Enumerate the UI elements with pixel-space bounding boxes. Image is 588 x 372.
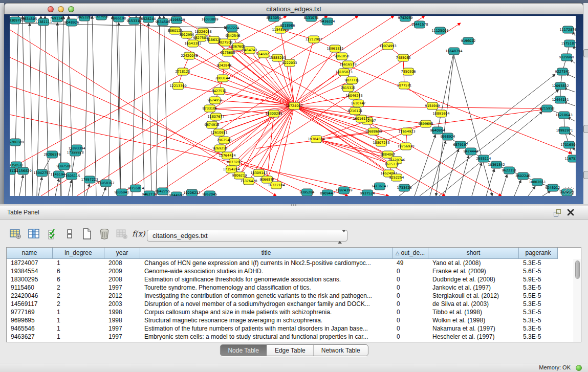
graph-node[interactable]: 9218986: [280, 22, 295, 29]
graph-edge[interactable]: [84, 16, 88, 196]
table-cell[interactable]: Structural magnetic resonance image aver…: [140, 316, 393, 324]
graph-node[interactable]: 9154949: [425, 102, 440, 110]
table-row[interactable]: 977716911998Corpus callosum shape and si…: [7, 308, 574, 316]
column-header-in_degree[interactable]: in_degree: [53, 248, 104, 259]
graph-edge[interactable]: [500, 174, 507, 196]
delete-table-icon[interactable]: [115, 227, 129, 241]
network-canvas[interactable]: 1872400718300295193845548860123891295418…: [10, 16, 576, 196]
table-cell[interactable]: 1997: [104, 324, 140, 333]
graph-node[interactable]: 8733106: [203, 105, 217, 112]
table-cell[interactable]: 5.5E-5: [519, 292, 558, 300]
table-cell[interactable]: 1: [53, 333, 104, 341]
graph-node[interactable]: 12093832: [552, 82, 569, 90]
graph-node[interactable]: 11807677: [207, 113, 224, 120]
table-cell[interactable]: 0: [393, 333, 428, 341]
graph-edge[interactable]: [454, 55, 492, 196]
graph-node[interactable]: 2803144: [215, 75, 230, 82]
graph-node[interactable]: 18185823: [335, 69, 352, 76]
table-cell[interactable]: 18300295: [7, 275, 53, 283]
table-cell[interactable]: 2003: [104, 300, 140, 308]
graph-node[interactable]: 10974993: [379, 42, 396, 50]
graph-node[interactable]: 15376428: [240, 178, 257, 185]
graph-edge[interactable]: [256, 110, 543, 148]
graph-node[interactable]: 1615132: [385, 161, 400, 168]
graph-node[interactable]: 16958167: [97, 180, 114, 187]
table-cell[interactable]: Corpus callosum shape and size in male p…: [140, 308, 393, 316]
graph-node[interactable]: 9474444: [464, 148, 478, 155]
window-titlebar[interactable]: citations_edges.txt: [4, 3, 583, 14]
graph-node[interactable]: 9342546: [226, 32, 241, 39]
table-cell[interactable]: 1998: [104, 316, 140, 324]
table-cell[interactable]: 5.9E-5: [519, 275, 558, 283]
table-cell[interactable]: Yano et al. (2008): [428, 259, 519, 267]
graph-node[interactable]: 10196529: [168, 16, 185, 24]
graph-edge[interactable]: [68, 180, 72, 196]
graph-edge[interactable]: [108, 16, 113, 196]
graph-edge[interactable]: [210, 106, 294, 108]
graph-node[interactable]: 9861050: [335, 53, 350, 60]
close-window-button[interactable]: [48, 6, 54, 12]
table-row[interactable]: 1830029562008Estimation of significance …: [7, 275, 574, 283]
graph-edge[interactable]: [458, 156, 469, 196]
select-all-icon[interactable]: [46, 227, 60, 241]
graph-node[interactable]: 2935114: [476, 155, 491, 162]
graph-node[interactable]: 9269259: [213, 145, 228, 152]
graph-edge[interactable]: [148, 23, 151, 196]
table-row[interactable]: 1456911722003Disruption of a novel membe…: [7, 300, 574, 308]
graph-node[interactable]: 9742059: [398, 16, 413, 21]
canvas-resize-grip[interactable]: [564, 187, 574, 195]
graph-edge[interactable]: [430, 141, 446, 196]
table-cell[interactable]: 0: [393, 267, 428, 275]
minimize-window-button[interactable]: [58, 6, 64, 12]
graph-edge[interactable]: [294, 96, 354, 106]
graph-node[interactable]: 8813054: [267, 16, 281, 21]
graph-edge[interactable]: [45, 16, 49, 196]
graph-edge[interactable]: [219, 114, 274, 133]
graph-node[interactable]: 16648794: [445, 48, 462, 55]
graph-node[interactable]: 10309795: [10, 17, 24, 24]
graph-node[interactable]: 11125005: [431, 27, 448, 34]
graph-node[interactable]: 8216121: [348, 107, 363, 115]
table-cell[interactable]: 5.3E-5: [519, 333, 558, 341]
graph-node[interactable]: 13942757: [33, 169, 50, 177]
table-row[interactable]: 911546021997Tourette syndrome. Phenomeno…: [7, 283, 574, 292]
table-cell[interactable]: 6: [53, 275, 104, 283]
graph-node[interactable]: 7485083: [396, 54, 411, 61]
table-cell[interactable]: Stergiakouli et al. (2012): [428, 292, 519, 300]
graph-edge[interactable]: [294, 80, 352, 106]
graph-node[interactable]: 16616579: [339, 61, 356, 68]
graph-node[interactable]: 19384554: [308, 136, 324, 143]
graph-edge[interactable]: [183, 72, 294, 106]
column-header-out_de[interactable]: △out_de...: [393, 248, 428, 259]
graph-node[interactable]: 9958924: [441, 133, 455, 140]
graph-node[interactable]: 11675334: [564, 155, 576, 162]
table-cell[interactable]: 1: [53, 324, 104, 333]
graph-node[interactable]: 9622151: [502, 167, 517, 174]
graph-node[interactable]: 9329968: [559, 54, 574, 61]
table-cell[interactable]: Disruption of a novel member of a sodium…: [140, 300, 393, 308]
graph-node[interactable]: 9252254: [389, 174, 404, 181]
tab-network-table[interactable]: Network Table: [313, 345, 368, 356]
scrollbar-thumb[interactable]: [575, 260, 580, 279]
graph-node[interactable]: 7815325: [341, 84, 356, 92]
table-cell[interactable]: 0: [393, 283, 428, 292]
graph-node[interactable]: 17016504: [560, 141, 576, 148]
table-cell[interactable]: Franke et al. (2009): [428, 267, 519, 275]
graph-node[interactable]: 18807243: [373, 139, 389, 146]
table-cell[interactable]: 1: [53, 259, 104, 267]
table-cell[interactable]: 5.3E-5: [519, 316, 558, 324]
graph-node[interactable]: 7962548: [217, 137, 232, 144]
graph-edge[interactable]: [10, 16, 287, 169]
graph-edge[interactable]: [140, 16, 144, 196]
table-cell[interactable]: 19384554: [7, 267, 53, 275]
table-row[interactable]: 2242004622012Investigating the contribut…: [7, 292, 574, 300]
table-cell[interactable]: Estimation of significance thresholds fo…: [140, 275, 393, 283]
graph-node[interactable]: 8528244: [141, 16, 156, 23]
close-panel-icon[interactable]: [567, 208, 575, 216]
graph-edge[interactable]: [276, 106, 294, 185]
function-builder-icon[interactable]: f(x): [131, 227, 145, 241]
table-cell[interactable]: 0: [393, 275, 428, 283]
vertical-scrollbar[interactable]: [574, 259, 581, 342]
table-cell[interactable]: 0: [393, 324, 428, 333]
graph-node[interactable]: 8942755: [156, 188, 170, 195]
